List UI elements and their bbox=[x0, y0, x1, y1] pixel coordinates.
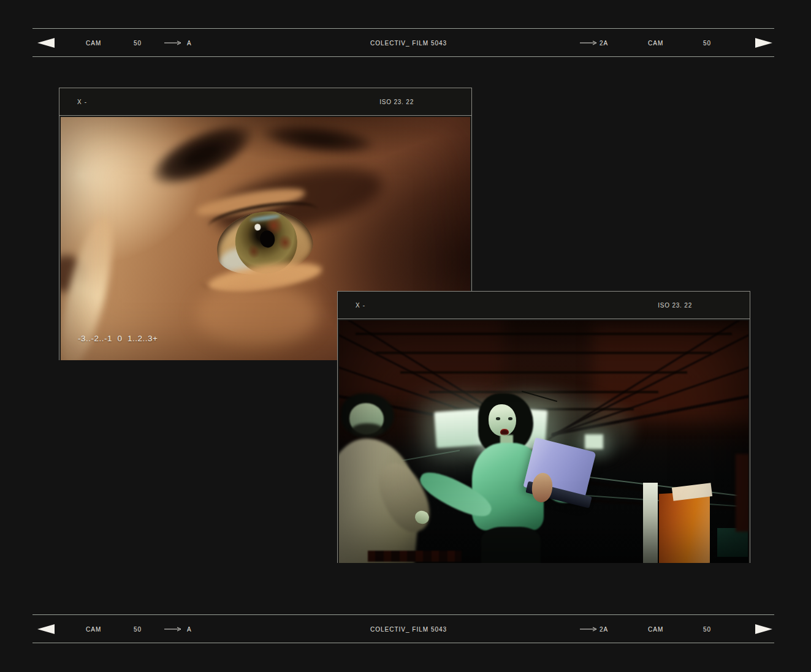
rewind-triangle-icon[interactable] bbox=[37, 624, 55, 634]
frame-header-iso-label: ISO 23. 22 bbox=[658, 302, 692, 309]
advance-triangle-icon[interactable] bbox=[755, 624, 772, 634]
cam-label: CAM bbox=[648, 625, 663, 632]
cam-label: CAM bbox=[648, 39, 663, 46]
cam-number: 50 bbox=[134, 39, 142, 46]
film-title-label: COLECTIV_ FILM 5043 bbox=[370, 39, 447, 46]
film-strip-top: CAM 50 A COLECTIV_ FILM 5043 2A CAM 50 bbox=[32, 28, 774, 57]
long-right-arrow-icon bbox=[579, 624, 598, 635]
frame-header-left-label: X - bbox=[77, 99, 87, 105]
vignette-overlay bbox=[339, 320, 748, 563]
long-right-arrow-icon bbox=[164, 37, 182, 48]
cam-number: 50 bbox=[134, 625, 142, 632]
frame-id-label: 2A bbox=[600, 39, 608, 46]
rewind-triangle-icon[interactable] bbox=[37, 38, 55, 48]
cam-number: 50 bbox=[703, 39, 711, 46]
film-collage-page: CAM 50 A COLECTIV_ FILM 5043 2A CAM 50 X… bbox=[0, 0, 811, 672]
frame-id-label: A bbox=[187, 625, 192, 632]
film-strip-bottom: CAM 50 A COLECTIV_ FILM 5043 2A CAM 50 bbox=[32, 614, 774, 643]
frame-id-label: 2A bbox=[600, 625, 608, 632]
frame-header: X - ISO 23. 22 bbox=[59, 88, 471, 116]
long-right-arrow-icon bbox=[164, 624, 182, 635]
cam-number: 50 bbox=[703, 625, 711, 632]
cam-label: CAM bbox=[86, 625, 101, 632]
frame-header: X - ISO 23. 22 bbox=[338, 292, 750, 319]
frame-header-left-label: X - bbox=[356, 302, 365, 309]
frame-id-label: A bbox=[187, 39, 192, 46]
cam-label: CAM bbox=[86, 39, 101, 46]
film-title-label: COLECTIV_ FILM 5043 bbox=[370, 625, 447, 632]
exposure-scale-label: -3..-2..-1 0 1..2..3+ bbox=[78, 334, 158, 343]
long-right-arrow-icon bbox=[579, 37, 598, 48]
advance-triangle-icon[interactable] bbox=[755, 38, 772, 48]
frame-header-iso-label: ISO 23. 22 bbox=[379, 99, 414, 105]
photo-frame-garage: X - ISO 23. 22 bbox=[337, 291, 750, 563]
garage-photo bbox=[339, 320, 748, 563]
